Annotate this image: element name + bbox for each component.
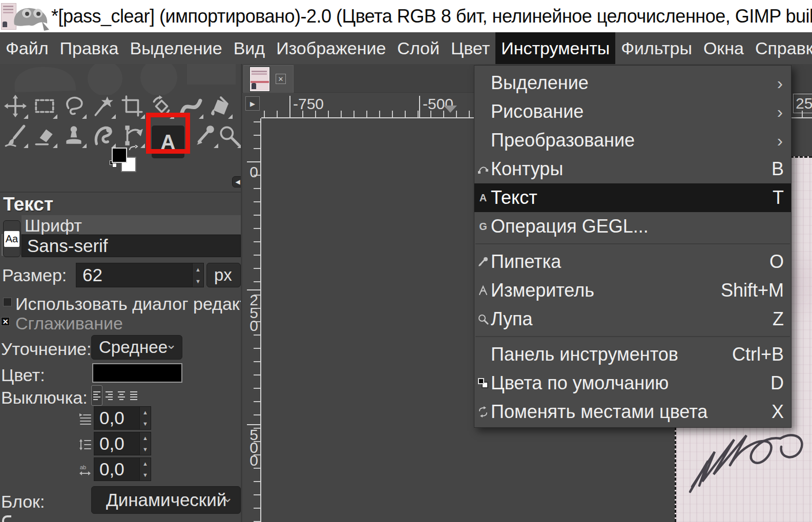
tools-menu: Выделение › Рисование › Преобразование ›…	[474, 65, 792, 428]
ruler-label: 250	[245, 291, 262, 330]
tool-bucket-fill[interactable]	[206, 92, 234, 120]
wilber-watermark	[5, 64, 236, 95]
size-spinner[interactable]: ▲ ▼	[192, 263, 203, 287]
magnifier-icon	[477, 313, 489, 325]
menubar-item-colors[interactable]: Цвет	[445, 32, 495, 64]
size-unit-dropdown[interactable]: px	[206, 263, 241, 287]
antialias-checkbox[interactable]: ✕	[1, 317, 10, 326]
submenu-arrow-icon: ›	[777, 131, 783, 151]
image-tab[interactable]: ✕	[243, 65, 294, 93]
spin-down-icon[interactable]: ▼	[142, 472, 148, 478]
letter-spacing-spinner[interactable]: ▲ ▼	[139, 458, 151, 481]
menubar-item-filters[interactable]: Фильтры	[615, 32, 698, 64]
spin-up-icon[interactable]: ▲	[142, 409, 148, 415]
toolbox-panel: A	[0, 64, 241, 522]
ruler-major-tick	[247, 424, 260, 425]
menubar-item-help[interactable]: Справка	[749, 32, 812, 64]
box-mode-dropdown[interactable]: Динамический ⌄	[91, 486, 241, 514]
check-icon: ✕	[3, 318, 9, 326]
tool-clone[interactable]	[60, 121, 88, 149]
size-label: Размер:	[2, 265, 67, 285]
lasso-icon	[62, 94, 86, 118]
line-spacing-spinner[interactable]: ▲ ▼	[139, 432, 151, 455]
tool-free-select[interactable]	[60, 92, 88, 120]
spin-up-icon[interactable]: ▲	[142, 461, 148, 467]
menubar-item-view[interactable]: Вид	[228, 32, 271, 64]
dock-collapse-button[interactable]: ◀	[232, 176, 241, 187]
spin-up-icon[interactable]: ▲	[195, 266, 201, 273]
ruler-corner-button[interactable]: ▶	[245, 96, 260, 111]
app-icon	[1, 2, 50, 31]
justify-fill-button[interactable]	[128, 385, 139, 406]
menu-item-text[interactable]: A Текст T	[474, 183, 791, 212]
tool-eraser[interactable]	[31, 121, 58, 149]
spin-down-icon[interactable]: ▼	[142, 421, 148, 427]
menubar-item-image[interactable]: Изображение	[270, 32, 391, 64]
tool-crop[interactable]	[118, 92, 146, 120]
spin-down-icon[interactable]: ▼	[195, 278, 201, 284]
antialias-label: Сглаживание	[15, 314, 123, 333]
tool-rectangle-select[interactable]	[31, 92, 58, 120]
menubar-item-layer[interactable]: Слой	[391, 32, 445, 64]
hinting-dropdown[interactable]: Среднее ⌄	[91, 335, 182, 360]
menu-item-paint[interactable]: Рисование ›	[474, 97, 791, 126]
text-color-swatch[interactable]	[92, 363, 182, 383]
move-icon	[4, 94, 27, 118]
menu-item-label: Рисование	[491, 101, 584, 122]
font-preview-button[interactable]: Aa	[3, 220, 20, 257]
menu-item-zoom[interactable]: Лупа Z	[474, 305, 791, 333]
close-icon[interactable]: ✕	[276, 74, 286, 84]
font-name-input[interactable]: Sans-serif	[22, 235, 241, 257]
spin-down-icon[interactable]: ▼	[142, 446, 148, 452]
menu-item-swap-colors[interactable]: Поменять местами цвета X	[474, 398, 791, 426]
menubar-item-select[interactable]: Выделение	[124, 32, 227, 64]
letter-spacing-input[interactable]: 0,0 ▲ ▼	[94, 457, 151, 481]
foreground-color-swatch[interactable]	[112, 148, 127, 163]
tool-fuzzy-select[interactable]	[89, 92, 117, 120]
spin-up-icon[interactable]: ▲	[142, 435, 148, 441]
eyedropper-icon	[194, 123, 217, 147]
vertical-ruler[interactable]: 0 250 500	[243, 118, 261, 522]
menubar-item-file[interactable]: Файл	[0, 32, 54, 64]
menu-item-gegl[interactable]: G Операция GEGL...	[474, 212, 791, 241]
justify-label: Выключка:	[1, 388, 88, 408]
menu-item-label: Преобразование	[491, 130, 635, 151]
menubar-item-tools[interactable]: Инструменты	[495, 32, 615, 64]
magic-wand-icon	[91, 94, 115, 118]
menu-separator	[475, 336, 790, 337]
justify-right-button[interactable]	[103, 385, 115, 406]
menubar-item-edit[interactable]: Правка	[54, 32, 124, 64]
ruler-major-tick	[419, 96, 420, 117]
menu-item-paths[interactable]: Контуры B	[474, 155, 791, 183]
menu-item-color-picker[interactable]: Пипетка O	[474, 247, 791, 276]
menu-item-default-colors[interactable]: Цвета по умолчанию D	[474, 369, 791, 398]
menu-item-toolbox[interactable]: Панель инструментов Ctrl+B	[474, 340, 791, 369]
signature-drawing	[685, 420, 804, 517]
magnifier-icon	[217, 123, 241, 147]
size-input[interactable]: 62 ▲ ▼	[76, 263, 204, 287]
tool-move[interactable]	[2, 92, 29, 120]
justify-center-button[interactable]	[116, 385, 127, 406]
tool-zoom[interactable]	[215, 121, 241, 149]
swap-colors-icon[interactable]	[128, 145, 139, 155]
menu-item-selection[interactable]: Выделение ›	[474, 69, 791, 97]
tool-paintbrush[interactable]	[2, 121, 29, 149]
line-spacing-input[interactable]: 0,0 ▲ ▼	[94, 432, 151, 455]
rectangle-select-icon	[33, 94, 56, 118]
shortcut: D	[771, 372, 784, 394]
justify-left-button[interactable]	[91, 385, 102, 406]
menu-item-transform[interactable]: Преобразование ›	[474, 126, 791, 155]
box-mode-value: Динамический	[106, 490, 226, 510]
title-bar[interactable]: *[pass_clear] (импортировано)-2.0 (Цвета…	[0, 0, 812, 32]
tool-smudge[interactable]	[89, 121, 117, 149]
menubar-item-windows[interactable]: Окна	[698, 32, 749, 64]
menu-item-measure[interactable]: Измеритель Shift+M	[474, 276, 791, 305]
box-label: Блок:	[1, 492, 45, 512]
use-editor-checkbox[interactable]	[3, 298, 12, 306]
indent-input[interactable]: 0,0 ▲ ▼	[94, 406, 151, 430]
shortcut: Z	[773, 308, 784, 330]
smudge-icon	[91, 123, 115, 147]
indent-spinner[interactable]: ▲ ▼	[139, 407, 151, 429]
submenu-arrow-icon: ›	[777, 102, 783, 122]
color-label: Цвет:	[1, 365, 45, 385]
